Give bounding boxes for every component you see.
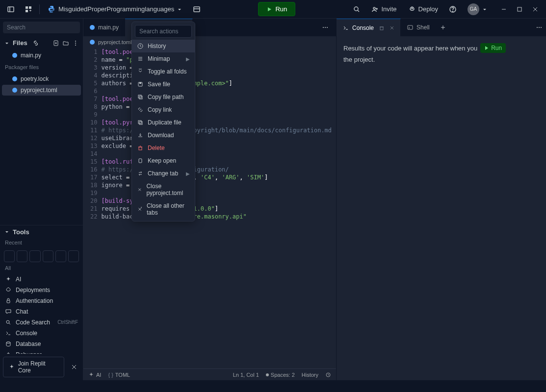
context-search-input[interactable]: Search actions [135,25,192,38]
context-item-duplicate-file[interactable]: Duplicate file [132,116,195,129]
tool-item-code-search[interactable]: Code SearchCtrlShiftF [0,317,83,328]
right-pane: ConsoleShell Results of your code will a… [336,19,546,380]
pin-icon [137,157,144,164]
new-file-icon[interactable] [52,40,59,47]
language-status[interactable]: { } TOML [108,372,130,378]
svg-text:3: 3 [141,206,142,209]
svg-point-27 [12,53,17,58]
right-tab[interactable]: Console [337,19,401,36]
file-icon [12,76,18,82]
toml-icon [89,39,95,45]
svg-point-67 [541,27,542,28]
history-status[interactable]: History [302,372,318,378]
sidebar-toggle-icon[interactable] [4,2,18,16]
tool-item-authentication[interactable]: Authentication [0,295,83,306]
tool-item-database[interactable]: Database [0,339,83,349]
svg-point-65 [537,27,538,28]
recent-slot[interactable] [29,250,40,262]
recent-slot[interactable] [17,250,27,262]
files-header[interactable]: Files [0,36,83,49]
context-item-keep-open[interactable]: Keep open [132,154,195,167]
svg-point-14 [412,8,413,9]
recent-slot[interactable] [43,250,53,262]
close-icon[interactable] [390,25,394,30]
context-item-download[interactable]: Download [132,129,195,142]
context-item-close-pyproject-toml[interactable]: Close pyproject.toml [132,180,195,199]
user-menu[interactable]: GA [464,1,491,17]
cursor-position[interactable]: Ln 1, Col 1 [233,372,259,378]
recent-label: Recent [0,239,83,248]
svg-point-55 [327,27,328,28]
trash-icon[interactable] [379,25,385,31]
context-item-save-file[interactable]: Save file [132,78,195,91]
minimize-icon[interactable] [497,2,511,16]
svg-point-9 [354,7,358,11]
code-editor[interactable]: 12345678910111213141516171819202122 [too… [83,48,336,368]
context-item-copy-link[interactable]: Copy link [132,103,195,116]
tool-item-deployments[interactable]: Deployments [0,285,83,295]
close-icon[interactable] [67,360,81,374]
svg-rect-62 [408,25,413,29]
context-item-toggle-all-folds[interactable]: Toggle all folds [132,65,195,78]
file-item[interactable]: poetry.lock [2,74,81,84]
run-button[interactable]: Run [258,2,295,16]
close-window-icon[interactable] [528,2,542,16]
tool-label: AI [16,276,21,283]
run-hint-label: Run [491,45,502,51]
duplicate-icon [137,119,144,126]
context-item-label: Toggle all folds [148,68,186,75]
new-tab-icon[interactable] [436,21,450,34]
context-item-label: Keep open [148,157,176,164]
context-item-label: Close all other tabs [147,202,190,216]
tab-more-icon[interactable] [318,21,332,34]
join-replit-core[interactable]: Join Replit Core [3,357,64,377]
tool-icon [5,341,12,347]
svg-point-26 [75,45,76,46]
topbar: MisguidedProperProgramminglanguages Run … [0,0,546,19]
context-item-close-all-other-tabs[interactable]: 3Close all other tabs [132,199,195,219]
svg-point-54 [325,27,326,28]
recent-slot[interactable] [4,250,15,262]
editor-tab[interactable]: main.py [83,19,125,36]
file-item[interactable]: main.py [2,50,81,61]
more-icon[interactable] [72,40,79,47]
invite-label: Invite [381,5,396,13]
svg-rect-30 [7,300,10,303]
context-item-copy-file-path[interactable]: Copy file path [132,91,195,103]
tool-item-ai[interactable]: AI [0,274,83,285]
context-item-minimap[interactable]: Minimap▶ [132,52,195,65]
help-icon[interactable] [446,2,460,16]
svg-rect-3 [29,6,31,9]
sparkle-icon [8,364,15,370]
add-pane-icon[interactable] [22,2,35,16]
tool-item-chat[interactable]: Chat [0,306,83,317]
context-item-label: Delete [148,145,165,151]
layout-icon[interactable] [190,2,204,16]
tool-item-console[interactable]: Console [0,328,83,339]
recent-slot[interactable] [68,250,79,262]
file-item[interactable]: pyproject.toml [2,85,81,96]
indentation[interactable]: Spaces: 2 [266,372,295,378]
ai-status[interactable]: AI [88,372,101,378]
project-selector[interactable]: MisguidedProperProgramminglanguages [44,3,186,15]
run-hint-button[interactable]: Run [480,43,506,53]
deploy-button[interactable]: Deploy [405,3,442,15]
tools-header[interactable]: Tools [0,225,83,239]
trash-icon [137,145,144,151]
search-input[interactable]: Search [3,22,80,33]
search-icon[interactable] [350,2,364,16]
maximize-icon[interactable] [513,2,526,16]
context-item-change-tab[interactable]: Change tab▶ [132,167,195,180]
python-icon [48,5,55,13]
context-item-delete[interactable]: Delete [132,142,195,154]
download-icon [137,132,144,139]
right-tab[interactable]: Shell [401,19,436,36]
console-msg-before: Results of your code will appear here wh… [343,45,477,52]
new-folder-icon[interactable] [62,40,69,47]
history-icon[interactable] [325,372,331,378]
tab-more-icon[interactable] [532,21,546,34]
context-item-history[interactable]: History [132,40,195,52]
invite-button[interactable]: Invite [367,3,400,15]
recent-slot[interactable] [55,250,66,262]
tool-item-debugger[interactable]: Debugger [0,349,83,354]
